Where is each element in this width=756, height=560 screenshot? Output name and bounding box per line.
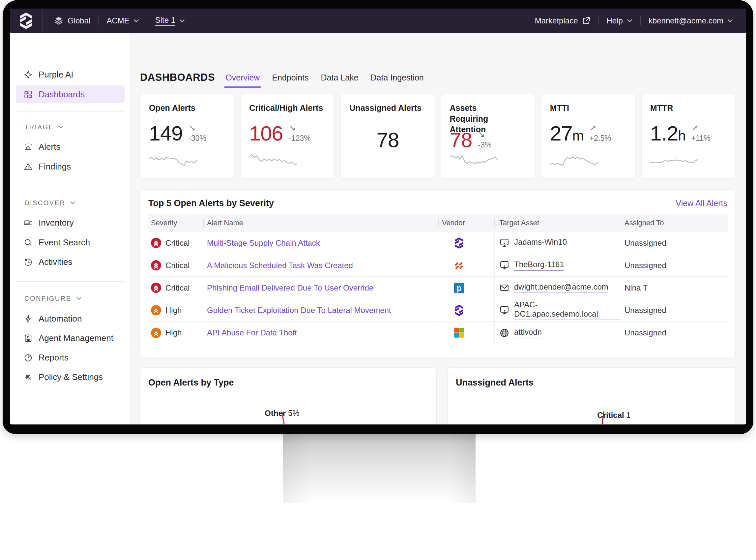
sidebar-item-automation[interactable]: Automation [16,310,125,327]
sentinelone-logo-icon[interactable] [10,8,42,33]
kpi-trend: ↘ -123% [289,123,311,143]
alert-name-link[interactable]: Multi-Stage Supply Chain Attack [207,238,320,248]
tab-overview[interactable]: Overview [225,71,260,84]
sidebar-item-label: Policy & Settings [39,372,103,382]
site-selector[interactable]: Site 1 [155,16,185,26]
sidebar-item-purple-ai[interactable]: Purple AI [16,66,125,83]
alert-table-row[interactable]: CriticalMulti-Stage Supply Chain AttackJ… [148,232,728,254]
alert-table-row[interactable]: CriticalA Malicious Scheduled Task Was C… [148,254,728,277]
column-header-severity[interactable]: Severity [148,219,204,227]
kpi-card-mtti[interactable]: MTTI 27m ↗ +2.5% [541,94,635,179]
sidebar-item-label: Inventory [39,218,74,228]
severity-label: Critical [165,261,189,270]
kpi-value: 106 [249,123,283,144]
kpi-card-critical-high-alerts[interactable]: Critical/High Alerts 106 ↘ -123% [240,94,335,179]
dashboards-icon [24,90,33,99]
alert-table-row[interactable]: CriticalPhishing Email Delivered Due To … [148,277,728,299]
sidebar: Purple AI Dashboards TRIAGE Alerts F [10,33,131,424]
alert-name-link[interactable]: Phishing Email Delivered Due To User Ove… [207,283,373,293]
target-asset-link[interactable]: TheBorg-1161 [514,260,564,271]
column-header-target-asset[interactable]: Target Asset [495,219,621,227]
unassigned-alerts-card: Unassigned Alerts Critical 1 High 3 [447,367,736,424]
sidebar-item-findings[interactable]: Findings [16,158,125,176]
sidebar-section-triage[interactable]: TRIAGE [24,120,64,134]
table-header: Severity Alert Name Vendor Target Asset … [148,214,728,232]
scope-global[interactable]: Global [54,16,90,26]
alert-name-link[interactable]: Golden Ticket Exploitation Due To Latera… [207,306,391,315]
sentinelone-icon [454,237,465,249]
sidebar-item-event-search[interactable]: Event Search [16,234,125,251]
help-menu[interactable]: Help [607,16,632,25]
monitor-frame: Global ACME Site 1 Marketplace [3,0,753,434]
alert-table-row[interactable]: HighAPI Abuse For Data TheftattivodnUnas… [148,322,728,344]
kpi-card-open-alerts[interactable]: Open Alerts 149 ↘ -30% [140,94,234,179]
target-asset-link[interactable]: Jadams-Win10 [514,237,567,248]
sidebar-item-policy-settings[interactable]: Policy & Settings [16,368,125,386]
severity-label: High [165,328,182,337]
table-body: CriticalMulti-Stage Supply Chain AttackJ… [148,232,728,344]
severity-critical-icon [151,283,161,293]
target-asset-link[interactable]: dwight.bender@acme.com [514,282,608,293]
kpi-trend: ↘ -30% [189,123,206,143]
column-header-alert-name[interactable]: Alert Name [204,219,439,227]
section-label: DISCOVER [24,199,65,207]
alert-name-link[interactable]: API Abuse For Data Theft [207,328,297,337]
layers-icon [54,16,64,26]
kpi-card-mttr[interactable]: MTTR 1.2h ↗ +11% [641,94,736,179]
user-menu[interactable]: kbennett@acme.com [649,16,733,25]
sidebar-item-label: Event Search [39,237,90,248]
purple-ai-icon [24,70,33,79]
view-all-alerts-link[interactable]: View All Alerts [676,199,727,208]
unassigned-alerts-donut[interactable] [448,368,735,424]
sidebar-item-label: Agent Management [39,333,113,343]
sidebar-section-configure[interactable]: CONFIGURE [24,292,82,305]
org-label: ACME [106,16,129,25]
kpi-card-unassigned-alerts[interactable]: Unassigned Alerts 78 [340,94,435,179]
sidebar-item-label: Automation [39,314,82,324]
kpi-title: Critical/High Alerts [249,103,326,114]
target-asset-link[interactable]: APAC-DC1.apac.sedemo.local [514,300,621,320]
tab-data-ingestion[interactable]: Data Ingestion [370,71,424,84]
kpi-value: 78 [450,129,472,151]
kpi-card-assets-requiring-attention[interactable]: Assets Requiring Attention 78 ↘ -3% [441,94,535,179]
chevron-down-icon [70,201,76,205]
kpi-title: MTTI [550,103,627,114]
tab-data-lake[interactable]: Data Lake [320,71,359,84]
devices-icon [24,218,33,227]
sidebar-item-reports[interactable]: Reports [16,348,125,366]
column-header-assigned-to[interactable]: Assigned To [621,219,728,227]
tab-endpoints[interactable]: Endpoints [271,71,309,84]
kpi-title: MTTR [650,103,727,114]
assigned-to-value: Unassigned [625,306,666,315]
open-alerts-by-type-card: Open Alerts by Type Recon 9% Other 5% In… [140,367,437,424]
target-asset-link[interactable]: attivodn [514,327,542,338]
sidebar-item-label: Reports [39,353,68,363]
kpi-trend: ↘ -3% [478,129,492,149]
severity-label: Critical [165,238,189,248]
sparkline-chart [450,152,498,171]
top-nav: Global ACME Site 1 Marketplace [10,8,746,33]
sidebar-item-alerts[interactable]: Alerts [16,138,125,156]
sidebar-item-dashboards[interactable]: Dashboards [16,85,125,103]
sentinelone-icon [454,305,465,316]
kpi-title: Open Alerts [149,103,226,114]
org-selector[interactable]: ACME [106,16,139,25]
sidebar-item-label: Findings [39,162,71,172]
severity-critical-icon [151,238,161,248]
kpi-delta: -30% [189,134,206,143]
alert-table-row[interactable]: HighGolden Ticket Exploitation Due To La… [148,299,728,322]
sidebar-section-discover[interactable]: DISCOVER [24,196,76,209]
microsoft-icon [454,327,465,338]
nav-separator [598,16,599,25]
table-title: Top 5 Open Alerts by Severity [148,198,274,208]
sidebar-item-inventory[interactable]: Inventory [16,214,125,232]
main-content: DASHBOARDS Overview Endpoints Data Lake … [131,33,746,424]
alert-name-link[interactable]: A Malicious Scheduled Task Was Created [207,261,353,270]
sidebar-item-agent-management[interactable]: Agent Management [16,329,125,347]
monitor-stand [283,432,476,503]
marketplace-link[interactable]: Marketplace [535,16,591,25]
column-header-vendor[interactable]: Vendor [439,219,495,227]
monitor-icon [499,238,509,248]
sidebar-item-activities[interactable]: Activities [16,253,125,271]
sidebar-divider [16,281,125,282]
